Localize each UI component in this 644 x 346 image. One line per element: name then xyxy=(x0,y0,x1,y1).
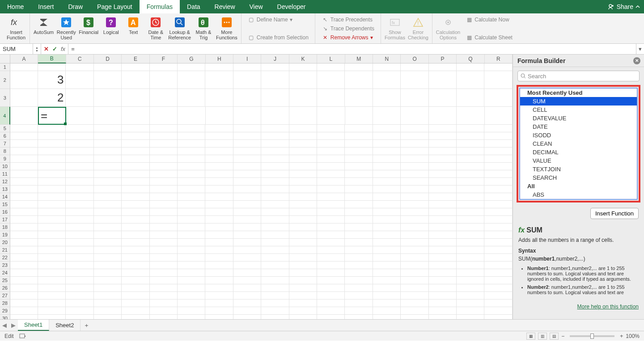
cell-A2[interactable] xyxy=(10,71,38,89)
cell-M4[interactable] xyxy=(345,107,373,125)
cell-N24[interactable] xyxy=(373,269,401,277)
cell-M10[interactable] xyxy=(345,163,373,170)
cell-I28[interactable] xyxy=(233,300,261,307)
cell-P29[interactable] xyxy=(429,307,457,315)
cell-C21[interactable] xyxy=(66,246,93,254)
cell-C7[interactable] xyxy=(66,140,93,148)
cell-O28[interactable] xyxy=(401,300,428,307)
expand-formula-bar[interactable]: ▾ xyxy=(636,44,644,54)
cell-N28[interactable] xyxy=(373,300,401,307)
cell-F13[interactable] xyxy=(150,186,178,193)
cell-R2[interactable] xyxy=(484,71,512,89)
cell-A30[interactable] xyxy=(10,315,38,319)
cell-A13[interactable] xyxy=(10,186,38,193)
cell-B8[interactable] xyxy=(38,148,66,155)
cell-N26[interactable] xyxy=(373,284,401,292)
cell-J15[interactable] xyxy=(261,201,289,208)
row-header-22[interactable]: 22 xyxy=(0,254,10,262)
cell-M20[interactable] xyxy=(345,239,373,246)
date-time-button[interactable]: Date & Time xyxy=(145,14,166,41)
cell-B22[interactable] xyxy=(38,254,66,262)
cell-M19[interactable] xyxy=(345,231,373,239)
cell-E16[interactable] xyxy=(122,208,149,216)
cell-J20[interactable] xyxy=(261,239,289,246)
cell-P7[interactable] xyxy=(429,140,457,148)
cell-E30[interactable] xyxy=(122,315,149,319)
cell-D30[interactable] xyxy=(94,315,122,319)
cell-P5[interactable] xyxy=(429,125,457,132)
cell-L23[interactable] xyxy=(317,262,345,269)
col-header-A[interactable]: A xyxy=(10,55,38,63)
cell-O12[interactable] xyxy=(401,178,428,186)
cell-D9[interactable] xyxy=(94,155,122,163)
cell-J3[interactable] xyxy=(261,89,289,107)
cell-E6[interactable] xyxy=(122,132,149,140)
func-item-decimal[interactable]: DECIMAL xyxy=(520,148,637,156)
cell-N18[interactable] xyxy=(373,224,401,231)
cell-G26[interactable] xyxy=(178,284,205,292)
cell-G9[interactable] xyxy=(178,155,205,163)
cell-N3[interactable] xyxy=(373,89,401,107)
cell-K29[interactable] xyxy=(289,307,317,315)
cell-E3[interactable] xyxy=(122,89,149,107)
cell-K27[interactable] xyxy=(289,292,317,300)
cell-J21[interactable] xyxy=(261,246,289,254)
cell-D7[interactable] xyxy=(94,140,122,148)
cell-K7[interactable] xyxy=(289,140,317,148)
cell-E12[interactable] xyxy=(122,178,149,186)
cell-N25[interactable] xyxy=(373,277,401,284)
cell-I2[interactable] xyxy=(233,71,261,89)
col-header-G[interactable]: G xyxy=(178,55,205,63)
cell-N6[interactable] xyxy=(373,132,401,140)
cell-L12[interactable] xyxy=(317,178,345,186)
cell-A19[interactable] xyxy=(10,231,38,239)
col-header-D[interactable]: D xyxy=(94,55,122,63)
cell-D2[interactable] xyxy=(94,71,122,89)
tab-review[interactable]: Review xyxy=(208,0,242,13)
cell-I10[interactable] xyxy=(233,163,261,170)
cell-G3[interactable] xyxy=(178,89,205,107)
col-header-P[interactable]: P xyxy=(429,55,457,63)
cell-N15[interactable] xyxy=(373,201,401,208)
cell-P22[interactable] xyxy=(429,254,457,262)
func-item-datevalue[interactable]: DATEVALUE xyxy=(520,114,637,122)
cell-I14[interactable] xyxy=(233,193,261,201)
cell-J8[interactable] xyxy=(261,148,289,155)
cell-G17[interactable] xyxy=(178,216,205,224)
cell-M3[interactable] xyxy=(345,89,373,107)
cell-Q24[interactable] xyxy=(457,269,484,277)
cell-Q9[interactable] xyxy=(457,155,484,163)
cell-L19[interactable] xyxy=(317,231,345,239)
trace-dependents-button[interactable]: ↘Trace Dependents xyxy=(320,24,376,33)
cell-D25[interactable] xyxy=(94,277,122,284)
col-header-L[interactable]: L xyxy=(317,55,345,63)
cell-J19[interactable] xyxy=(261,231,289,239)
cell-H9[interactable] xyxy=(205,155,233,163)
cell-G4[interactable] xyxy=(178,107,205,125)
cell-N19[interactable] xyxy=(373,231,401,239)
cell-D15[interactable] xyxy=(94,201,122,208)
cell-Q21[interactable] xyxy=(457,246,484,254)
func-item-sum[interactable]: SUM xyxy=(520,97,637,105)
cell-A25[interactable] xyxy=(10,277,38,284)
col-header-C[interactable]: C xyxy=(66,55,94,63)
cell-R12[interactable] xyxy=(484,178,512,186)
cell-L29[interactable] xyxy=(317,307,345,315)
cell-I9[interactable] xyxy=(233,155,261,163)
cell-H15[interactable] xyxy=(205,201,233,208)
view-normal-button[interactable]: ▦ xyxy=(526,333,535,340)
cell-E18[interactable] xyxy=(122,224,149,231)
cell-R13[interactable] xyxy=(484,186,512,193)
cell-R11[interactable] xyxy=(484,170,512,178)
cell-B9[interactable] xyxy=(38,155,66,163)
more-functions-button[interactable]: More Functions xyxy=(215,14,238,41)
cell-F3[interactable] xyxy=(150,89,178,107)
cell-G10[interactable] xyxy=(178,163,205,170)
cell-L8[interactable] xyxy=(317,148,345,155)
cell-O27[interactable] xyxy=(401,292,428,300)
cell-H20[interactable] xyxy=(205,239,233,246)
cell-N16[interactable] xyxy=(373,208,401,216)
cell-O11[interactable] xyxy=(401,170,428,178)
cell-P11[interactable] xyxy=(429,170,457,178)
cell-J13[interactable] xyxy=(261,186,289,193)
